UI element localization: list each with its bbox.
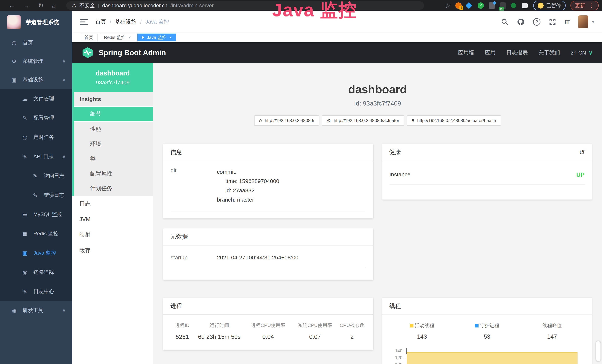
- sba-nav-wallboard[interactable]: 应用墙: [458, 49, 474, 56]
- app-logo-image: [7, 15, 21, 29]
- sba-content: dashboard Id: 93a3fc7f7409 ⌂ http://192.…: [153, 63, 602, 364]
- breadcrumb-infrastructure[interactable]: 基础设施: [115, 18, 137, 26]
- reload-icon[interactable]: ↻: [38, 2, 43, 9]
- address-bar[interactable]: ⚠ 不安全 | dashboard.yudao.iocoder.cn/infra…: [66, 1, 424, 10]
- sidebar-item-java-monitor[interactable]: ▣ Java 监控: [0, 243, 72, 263]
- sidebar-item-infrastructure[interactable]: ▣ 基础设施 ∧: [0, 70, 72, 89]
- sidebar-item-label: 基础设施: [23, 76, 43, 83]
- sba-brand-title[interactable]: Spring Boot Admin: [99, 49, 166, 57]
- breadcrumb-home[interactable]: 首页: [95, 18, 106, 26]
- home-icon[interactable]: ⌂: [52, 2, 56, 9]
- edit-icon: ✎: [21, 115, 29, 121]
- chart-y-axis: 140 120 100: [389, 348, 406, 364]
- url-host: dashboard.yudao.iocoder.cn: [102, 3, 167, 9]
- sba-item-config-props[interactable]: 配置属性: [74, 166, 153, 181]
- sidebar-item-dev-tools[interactable]: ▦ 研发工具 ∨: [0, 301, 72, 320]
- insights-section-label: Insights: [74, 92, 153, 107]
- sidebar-item-system[interactable]: ⚙ 系统管理 ∨: [0, 52, 72, 70]
- github-icon[interactable]: [517, 18, 525, 26]
- sidebar-item-log-center[interactable]: ✎ 日志中心: [0, 282, 72, 301]
- service-url-button[interactable]: ⌂ http://192.168.0.2:48080/: [254, 115, 319, 126]
- sba-item-caches[interactable]: 缓存: [72, 243, 153, 258]
- back-icon[interactable]: ←: [9, 2, 15, 9]
- home-icon: ⌂: [259, 118, 262, 124]
- forward-icon[interactable]: →: [23, 2, 30, 9]
- fullscreen-icon[interactable]: [549, 18, 556, 25]
- process-col-header: 系统CPU使用率: [293, 322, 337, 329]
- health-url-button[interactable]: ♥ http://192.168.0.2:48080/actuator/heal…: [407, 115, 501, 126]
- font-size-icon[interactable]: tT: [565, 19, 570, 25]
- app-logo-row[interactable]: 芋道管理系统: [0, 11, 72, 33]
- sidebar-item-file-management[interactable]: ☁ 文件管理: [0, 89, 72, 108]
- extension-orange-icon[interactable]: 1: [455, 2, 462, 9]
- sba-item-environment[interactable]: 环境: [74, 137, 153, 151]
- sba-item-classes[interactable]: 类: [74, 151, 153, 166]
- extension-sprout-icon[interactable]: [511, 2, 517, 9]
- legend-label: 守护进程: [480, 322, 499, 329]
- update-button[interactable]: 更新 ⋮: [570, 1, 599, 11]
- close-icon[interactable]: ×: [169, 35, 172, 40]
- instance-id-subtitle: Id: 93a3fc7f7409: [153, 100, 602, 107]
- sidebar-item-api-logs[interactable]: ✎ API 日志 ∧: [0, 147, 72, 166]
- sidebar-item-redis-monitor[interactable]: ≣ Redis 监控: [0, 224, 72, 243]
- actuator-url-button[interactable]: ⚙ http://192.168.0.2:48080/actuator: [322, 115, 404, 126]
- threads-area-chart: 140 120 100: [389, 348, 585, 364]
- help-icon[interactable]: ?: [533, 18, 540, 26]
- sidebar-item-mysql-monitor[interactable]: ▤ MySQL 监控: [0, 205, 72, 224]
- locale-label: zh-CN: [571, 50, 586, 56]
- sba-item-details[interactable]: 细节: [74, 107, 153, 122]
- sba-nav-journal[interactable]: 日志报表: [506, 49, 528, 56]
- user-avatar[interactable]: [578, 15, 588, 28]
- extension-list-icon[interactable]: on: [500, 2, 506, 9]
- sidebar-item-label: 文件管理: [33, 95, 54, 102]
- process-cpu-value: 0.04: [246, 333, 290, 340]
- sidebar-item-config-management[interactable]: ✎ 配置管理: [0, 108, 72, 128]
- admin-app: 芋道管理系统 ◴ 首页 ⚙ 系统管理 ∨ ▣ 基础设施 ∧ ☁ 文件管理: [0, 11, 602, 364]
- sba-nav: 应用墙 应用 日志报表 关于我们 zh-CN ∨: [458, 49, 593, 56]
- tab-java-monitor[interactable]: Java 监控 ×: [137, 33, 176, 41]
- git-info-row: git commit: time: 1596289704000 id: 27aa…: [171, 167, 366, 211]
- threads-card-title: 线程: [382, 298, 592, 315]
- extensions-puzzle-icon[interactable]: [522, 2, 528, 9]
- breadcrumb: 首页 / 基础设施 / Java 监控: [95, 18, 169, 26]
- sba-item-scheduled-tasks[interactable]: 计划任务: [74, 181, 153, 196]
- tab-redis-monitor[interactable]: Redis 监控 ×: [100, 33, 135, 41]
- cards-left-column: 信息 git commit: time: 1596289704000 id: 2…: [163, 144, 373, 350]
- sidebar-item-access-logs[interactable]: ✎ 访问日志: [0, 166, 72, 185]
- page-scrollbar-thumb[interactable]: [596, 341, 601, 361]
- yellow-swatch-icon: [410, 324, 413, 327]
- extension-pin-icon[interactable]: [466, 2, 473, 9]
- close-icon[interactable]: ×: [129, 35, 131, 40]
- sba-item-logs[interactable]: 日志: [72, 196, 153, 211]
- locale-selector[interactable]: zh-CN ∨: [571, 50, 593, 56]
- startup-key: startup: [171, 254, 217, 261]
- tab-label: Java 监控: [147, 34, 166, 40]
- sidebar-item-label: 链路追踪: [33, 269, 54, 276]
- monitor-icon: ▣: [21, 250, 29, 256]
- y-tick: 140: [395, 348, 402, 353]
- sba-nav-about[interactable]: 关于我们: [538, 49, 560, 56]
- sidebar-item-tracing[interactable]: ◉ 链路追踪: [0, 263, 72, 282]
- search-icon[interactable]: [501, 18, 508, 25]
- sba-instance-header[interactable]: dashboard 93a3fc7f7409: [72, 63, 153, 92]
- health-history-icon[interactable]: ↺: [579, 148, 585, 156]
- surprised-emoji-icon: [538, 3, 544, 9]
- instance-health-row[interactable]: Instance UP: [389, 171, 585, 185]
- process-id-value: 5261: [172, 333, 193, 340]
- extension-check-icon[interactable]: ✓: [478, 2, 484, 9]
- paused-button[interactable]: 已暂停: [533, 1, 566, 11]
- sidebar-item-home[interactable]: ◴ 首页: [0, 33, 72, 52]
- avatar-caret-icon[interactable]: ▾: [592, 19, 594, 24]
- chrome-toolbar-right: ☆ 1 ✓ on 已暂停 更新 ⋮: [445, 1, 602, 11]
- sba-item-mappings[interactable]: 映射: [72, 227, 153, 243]
- extension-grid-icon[interactable]: [489, 2, 495, 9]
- tab-home[interactable]: 首页: [80, 33, 97, 41]
- sidebar-item-scheduled-tasks[interactable]: ◷ 定时任务: [0, 128, 72, 147]
- sba-item-metrics[interactable]: 性能: [74, 122, 153, 137]
- sidebar-item-error-logs[interactable]: ✎ 错误日志: [0, 185, 72, 205]
- sba-nav-applications[interactable]: 应用: [485, 49, 495, 56]
- bookmark-star-icon[interactable]: ☆: [445, 2, 451, 9]
- browser-menu-icon[interactable]: ⋮: [589, 2, 594, 9]
- sba-item-jvm[interactable]: JVM: [72, 211, 153, 227]
- collapse-sidebar-icon[interactable]: [80, 19, 88, 25]
